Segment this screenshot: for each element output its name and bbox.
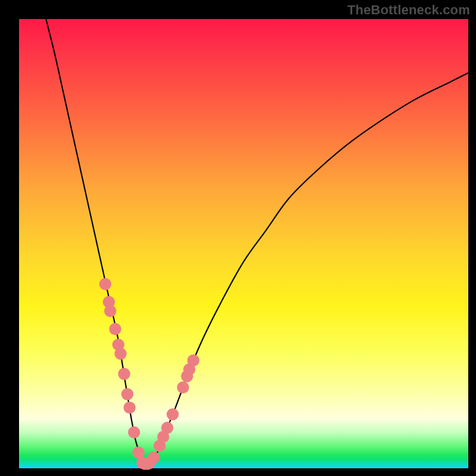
chart-overlay — [19, 19, 468, 468]
data-point — [104, 305, 116, 317]
data-point — [99, 278, 111, 290]
data-markers — [99, 278, 199, 469]
bottleneck-curve — [46, 19, 468, 465]
data-point — [128, 426, 140, 438]
data-point — [187, 355, 199, 367]
data-point — [121, 388, 133, 400]
data-point — [143, 457, 155, 469]
data-point — [133, 446, 145, 458]
data-point — [167, 408, 178, 420]
outer-frame: TheBottleneck.com — [0, 0, 476, 476]
data-point — [118, 368, 130, 380]
data-point — [109, 323, 121, 335]
data-point — [114, 347, 126, 359]
data-point — [177, 381, 189, 393]
data-point — [161, 422, 173, 434]
data-point — [124, 402, 136, 414]
watermark-text: TheBottleneck.com — [347, 2, 470, 18]
